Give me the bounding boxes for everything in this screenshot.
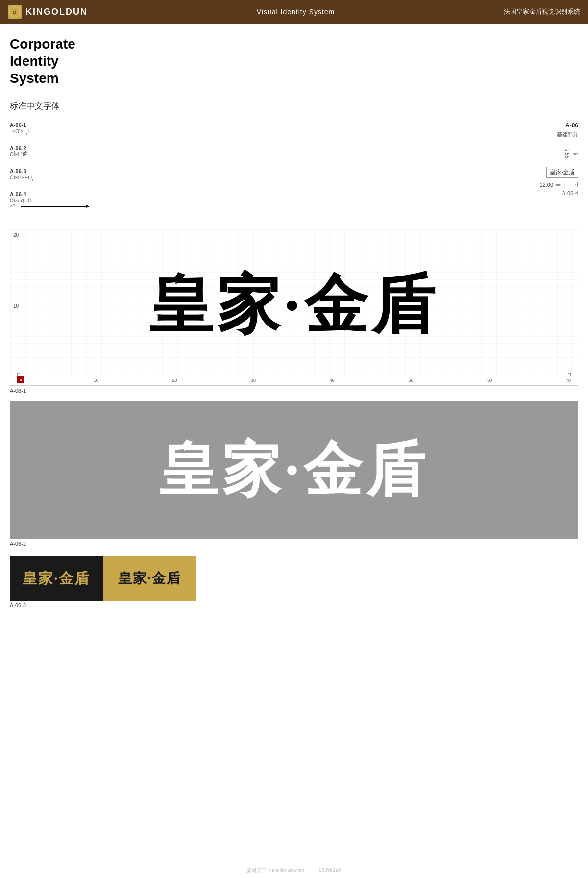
- spec-brand-label: 皇家·金盾: [546, 167, 578, 178]
- ruler-60: 60: [487, 378, 492, 383]
- spec-a06-4-label: A-06-4: [562, 190, 578, 196]
- ruler-10: 10: [94, 378, 98, 383]
- small-logo-dark: 皇家·金盾: [10, 556, 103, 601]
- spec-code-4: A-06-4: [10, 191, 461, 197]
- small-logo-gold: 皇家·金盾: [103, 556, 196, 601]
- tick-end: [568, 373, 571, 376]
- spec-row-3: A-06-3 ÖÎ×ì±×ÉÒ¸ì: [10, 168, 461, 180]
- small-logo-gold-text: 皇家·金盾: [118, 569, 181, 588]
- spec-sub: 基础部分: [557, 131, 578, 138]
- spec-text-4b: ×D'.: [10, 203, 18, 208]
- gray-banner-section: 皇家·金盾 A-06-2: [10, 401, 578, 547]
- watermark-site: 素材天下 sucaitianxia.com: [247, 867, 304, 874]
- spec-row-1: A-06-1 ±×Öî×ì.¸ì: [10, 122, 461, 134]
- spec-right: A-06 基础部分 2.55 ㎜ 皇家·金盾 12.00 ㎜ |← →| A-0…: [470, 122, 578, 219]
- ruler-50: 50: [409, 378, 414, 383]
- grid-a-marker: a: [17, 376, 24, 383]
- spec-text-3: ÖÎ×ì±×ÉÒ¸ì: [10, 175, 461, 180]
- cis-title: Corporate Identity System: [10, 35, 578, 87]
- spec-code-1: A-06-1: [10, 122, 461, 128]
- spec-dim-group: 2.55 ㎜: [563, 144, 578, 164]
- spec-area: A-06-1 ±×Öî×ì.¸ì A-06-2 ÖÎ×ì.°ìÊ A-06-3 …: [10, 122, 578, 219]
- spec-measure-row: 12.00 ㎜ |← →|: [539, 181, 578, 188]
- ruler-20: 20: [172, 378, 177, 383]
- spec-row-2: A-06-2 ÖÎ×ì.°ìÊ: [10, 145, 461, 157]
- gray-banner-text: 皇家·金盾: [159, 430, 429, 510]
- spec-measure-unit: ㎜: [555, 181, 561, 188]
- header-center-text: Visual Identity System: [257, 8, 335, 16]
- spec-dim-unit: ㎜: [573, 151, 578, 157]
- page-header: D KingolDun Visual Identity System 法国皇家金…: [0, 0, 588, 24]
- cis-line2: Identity: [10, 53, 59, 69]
- header-right-text: 法国皇家金盾视觉识别系统: [504, 7, 580, 16]
- tick-0: [17, 373, 20, 376]
- spec-left: A-06-1 ±×Öî×ì.¸ì A-06-2 ÖÎ×ì.°ìÊ A-06-3 …: [10, 122, 470, 219]
- spec-row-4: A-06-4 ÖÎ×ìµ¶ÉÓ ×D'.: [10, 191, 461, 208]
- brand-logo: D KingolDun: [8, 5, 88, 19]
- grid-top-num: 20: [13, 232, 19, 238]
- spec-dim-vertical: 2.55: [563, 144, 571, 164]
- ruler-40: 40: [330, 378, 335, 383]
- main-content: Corporate Identity System 标准中文字体 A-06-1 …: [0, 24, 588, 618]
- cis-line1: Corporate: [10, 36, 75, 51]
- watermark-code: 06956124: [319, 867, 341, 874]
- small-logo-dark-text: 皇家·金盾: [23, 569, 90, 589]
- brand-name: KingolDun: [25, 7, 88, 17]
- spec-text-2: ÖÎ×ì.°ìÊ: [10, 152, 461, 157]
- small-logo-label: A-06-3: [10, 602, 578, 608]
- small-logo-container: 皇家·金盾 皇家·金盾: [10, 556, 196, 601]
- spec-badge: A-06: [565, 122, 578, 129]
- grid-chinese-text: 皇家·金盾: [149, 262, 440, 349]
- grid-ruler: a 0 10 20 30 40 50 60 70: [10, 375, 578, 385]
- ruler-70: 70: [566, 378, 571, 383]
- spec-code-3: A-06-3: [10, 168, 461, 174]
- spec-code-2: A-06-2: [10, 145, 461, 151]
- grid-container: 20 10 皇家·金盾 a 0 10 20 30 40 50 60 70: [10, 229, 578, 394]
- cis-line3: System: [10, 71, 59, 86]
- grid-section: 20 10 皇家·金盾 a 0 10 20 30 40 50 60 70: [10, 229, 578, 386]
- ruler-30: 30: [251, 378, 256, 383]
- small-logo-section: 皇家·金盾 皇家·金盾 A-06-3: [10, 556, 578, 608]
- watermark-area: 素材天下 sucaitianxia.com 06956124: [247, 867, 341, 874]
- svg-text:D: D: [13, 10, 17, 15]
- section-label: 标准中文字体: [10, 100, 578, 114]
- spec-row-line-4: ×D'.: [10, 203, 461, 208]
- spec-arrow: [21, 206, 89, 207]
- gray-banner: 皇家·金盾: [10, 401, 578, 539]
- grid-section-label: A-06-1: [10, 388, 578, 394]
- logo-icon: D: [8, 5, 22, 19]
- grid-mid-num: 10: [13, 303, 19, 308]
- grid-ruler-numbers: 0 10 20 30 40 50 60 70: [10, 378, 578, 383]
- gray-banner-label: A-06-2: [10, 541, 578, 547]
- spec-text-4: ÖÎ×ìµ¶ÉÓ: [10, 198, 461, 203]
- spec-text-1: ±×Öî×ì.¸ì: [10, 129, 461, 134]
- spec-measure-value: 12.00: [539, 182, 553, 188]
